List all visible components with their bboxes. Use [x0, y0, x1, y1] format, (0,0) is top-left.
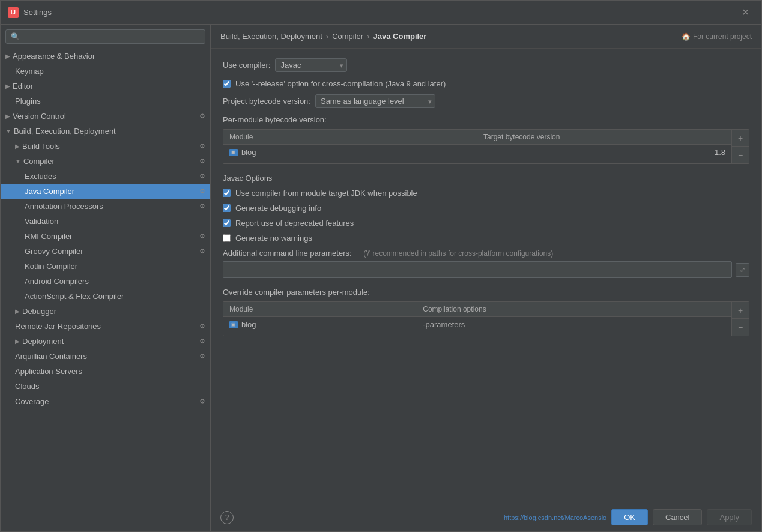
- sidebar-item-plugins[interactable]: Plugins: [1, 94, 210, 109]
- help-button[interactable]: ?: [220, 511, 234, 524]
- additional-params-section: Additional command line parameters: ('/'…: [223, 249, 749, 258]
- title-bar: IJ Settings ✕: [1, 1, 761, 25]
- sidebar-item-label: Build Tools: [22, 142, 197, 151]
- breadcrumb: Build, Execution, Deployment › Compiler …: [211, 25, 761, 49]
- sidebar-item-editor[interactable]: ▶ Editor: [1, 79, 210, 94]
- sidebar-item-build-execution[interactable]: ▼ Build, Execution, Deployment: [1, 124, 210, 139]
- sidebar-item-label: Application Servers: [15, 367, 205, 376]
- module-name: blog: [241, 148, 256, 157]
- sidebar-item-clouds[interactable]: Clouds: [1, 379, 210, 394]
- override-module-name: blog: [241, 320, 256, 329]
- sidebar-item-debugger[interactable]: ▶ Debugger: [1, 304, 210, 319]
- table-row[interactable]: ▣ blog 1.8: [223, 145, 731, 160]
- remove-module-button[interactable]: −: [732, 147, 749, 163]
- remove-override-button[interactable]: −: [732, 319, 749, 336]
- sidebar-item-label: RMI Compiler: [25, 232, 197, 241]
- generate-debug-row: Generate debugging info: [223, 204, 749, 213]
- sidebar-list: ▶ Appearance & Behavior Keymap ▶ Editor …: [1, 49, 210, 531]
- sidebar-item-annotation-processors[interactable]: Annotation Processors ⚙: [1, 199, 210, 214]
- breadcrumb-sep-1: ›: [326, 32, 328, 41]
- compiler-select-wrapper: Javac Eclipse Ajc: [275, 58, 347, 72]
- sidebar-item-appearance[interactable]: ▶ Appearance & Behavior: [1, 49, 210, 64]
- sidebar-item-java-compiler[interactable]: Java Compiler ⚙: [1, 184, 210, 199]
- additional-params-label: Additional command line parameters:: [223, 249, 352, 258]
- main-panel: Build, Execution, Deployment › Compiler …: [211, 25, 761, 531]
- compiler-select[interactable]: Javac Eclipse Ajc: [275, 58, 347, 72]
- sidebar-item-kotlin-compiler[interactable]: Kotlin Compiler: [1, 259, 210, 274]
- sidebar: ▶ Appearance & Behavior Keymap ▶ Editor …: [1, 25, 211, 531]
- sidebar-item-label: Android Compilers: [25, 277, 205, 286]
- no-warnings-label[interactable]: Generate no warnings: [235, 234, 312, 243]
- bytecode-select-wrapper: Same as language level 1.8 11 17: [315, 94, 435, 108]
- report-deprecated-checkbox[interactable]: [223, 219, 231, 227]
- report-deprecated-label[interactable]: Report use of deprecated features: [235, 219, 354, 228]
- override-table-actions: + −: [731, 302, 749, 336]
- sidebar-item-label: Kotlin Compiler: [25, 262, 205, 271]
- sidebar-item-label: Keymap: [15, 67, 205, 76]
- settings-icon: ⚙: [199, 142, 205, 150]
- sidebar-item-groovy-compiler[interactable]: Groovy Compiler ⚙: [1, 244, 210, 259]
- sidebar-item-excludes[interactable]: Excludes ⚙: [1, 169, 210, 184]
- sidebar-item-label: ActionScript & Flex Compiler: [25, 292, 205, 301]
- use-compiler-module-label[interactable]: Use compiler from module target JDK when…: [235, 189, 417, 198]
- sidebar-item-label: Version Control: [13, 112, 197, 121]
- breadcrumb-compiler[interactable]: Compiler: [332, 32, 363, 41]
- sidebar-item-validation[interactable]: Validation: [1, 214, 210, 229]
- module-col-header: Module: [223, 130, 477, 144]
- sidebar-item-label: Clouds: [15, 382, 205, 391]
- close-button[interactable]: ✕: [737, 4, 754, 20]
- expand-icon: ▶: [15, 143, 20, 150]
- cancel-button[interactable]: Cancel: [653, 509, 702, 525]
- apply-button[interactable]: Apply: [707, 509, 752, 525]
- table-row[interactable]: ▣ blog -parameters: [223, 317, 731, 332]
- sidebar-item-rmi-compiler[interactable]: RMI Compiler ⚙: [1, 229, 210, 244]
- sidebar-item-label: Build, Execution, Deployment: [14, 127, 205, 136]
- settings-icon: ⚙: [199, 157, 205, 165]
- sidebar-item-label: Arquillian Containers: [15, 352, 197, 361]
- params-input[interactable]: [223, 261, 732, 278]
- settings-icon: ⚙: [199, 232, 205, 240]
- sidebar-item-label: Annotation Processors: [25, 202, 197, 211]
- sidebar-item-app-servers[interactable]: Application Servers: [1, 364, 210, 379]
- override-module-cell: ▣ blog: [223, 317, 417, 332]
- app-icon: IJ: [8, 7, 19, 18]
- release-option-checkbox[interactable]: [223, 80, 231, 88]
- generate-debug-label[interactable]: Generate debugging info: [235, 204, 321, 213]
- release-option-label[interactable]: Use '--release' option for cross-compila…: [235, 79, 446, 88]
- sidebar-item-label: Appearance & Behavior: [13, 52, 205, 61]
- add-module-button[interactable]: +: [732, 130, 749, 147]
- add-override-button[interactable]: +: [732, 302, 749, 319]
- bottom-actions: https://blog.csdn.net/MarcoAsensio OK Ca…: [504, 509, 752, 525]
- sidebar-item-remote-jar[interactable]: Remote Jar Repositories ⚙: [1, 319, 210, 334]
- sidebar-item-coverage[interactable]: Coverage ⚙: [1, 394, 210, 409]
- settings-icon: ⚙: [199, 187, 205, 195]
- no-warnings-checkbox[interactable]: [223, 234, 231, 242]
- sidebar-item-build-tools[interactable]: ▶ Build Tools ⚙: [1, 139, 210, 154]
- sidebar-item-keymap[interactable]: Keymap: [1, 64, 210, 79]
- sidebar-item-actionscript[interactable]: ActionScript & Flex Compiler: [1, 289, 210, 304]
- params-input-row: ⤢: [223, 261, 749, 278]
- table-header: Module Target bytecode version: [223, 130, 731, 145]
- sidebar-item-android-compilers[interactable]: Android Compilers: [1, 274, 210, 289]
- sidebar-item-label: Groovy Compiler: [25, 247, 197, 256]
- breadcrumb-build[interactable]: Build, Execution, Deployment: [220, 32, 322, 41]
- sidebar-item-deployment[interactable]: ▶ Deployment ⚙: [1, 334, 210, 349]
- sidebar-item-label: Plugins: [15, 97, 205, 106]
- override-table-inner: Module Compilation options ▣ blog -param…: [223, 302, 731, 336]
- bytecode-select[interactable]: Same as language level 1.8 11 17: [315, 94, 435, 108]
- sidebar-item-arquillian[interactable]: Arquillian Containers ⚙: [1, 349, 210, 364]
- bottom-bar: ? https://blog.csdn.net/MarcoAsensio OK …: [211, 503, 761, 531]
- search-input[interactable]: [5, 29, 205, 44]
- expand-params-button[interactable]: ⤢: [736, 263, 749, 277]
- generate-debug-checkbox[interactable]: [223, 204, 231, 212]
- use-compiler-module-checkbox[interactable]: [223, 189, 231, 197]
- window-title: Settings: [23, 8, 737, 17]
- sidebar-item-label: Coverage: [15, 397, 197, 406]
- settings-icon: ⚙: [199, 202, 205, 210]
- project-icon: 🏠: [682, 32, 691, 41]
- ok-button[interactable]: OK: [611, 509, 648, 525]
- sidebar-item-version-control[interactable]: ▶ Version Control ⚙: [1, 109, 210, 124]
- module-cell: ▣ blog: [223, 145, 477, 160]
- sidebar-item-compiler[interactable]: ▼ Compiler ⚙: [1, 154, 210, 169]
- url-link[interactable]: https://blog.csdn.net/MarcoAsensio: [504, 514, 606, 521]
